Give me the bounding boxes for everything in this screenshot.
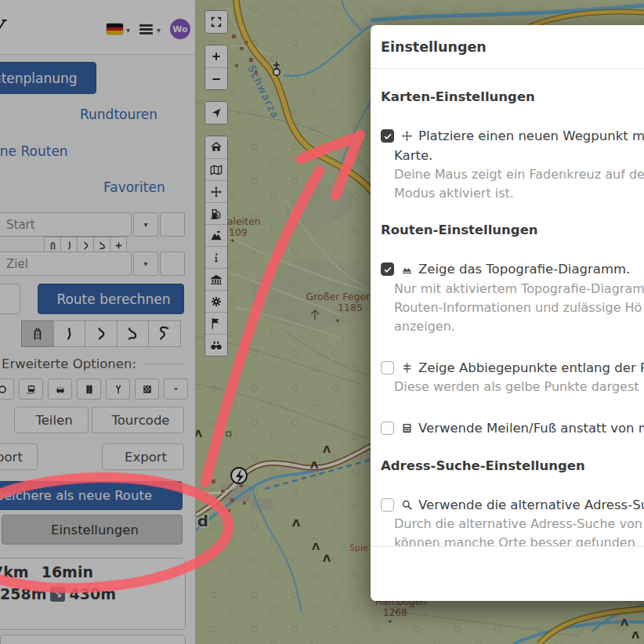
setting-description-line: Deine Maus zeigt ein Fadenkreuz auf de xyxy=(394,165,644,184)
modal-footer xyxy=(371,546,644,601)
section-title: Routen-Einstellungen xyxy=(381,223,644,237)
settings-section: Routen-EinstellungenZeige das Topografie… xyxy=(381,223,644,439)
setting-description-line: anzeigen. xyxy=(394,317,644,336)
checkbox-unchecked[interactable] xyxy=(381,421,394,435)
settings-modal: Einstellungen Karten-EinstellungenPlatzi… xyxy=(371,25,644,601)
checkbox-checked[interactable] xyxy=(381,262,394,276)
setting-label-line: Zeige Abbiegepunkte entlang der Rou xyxy=(394,359,644,378)
setting-item: Verwende Meilen/Fuß anstatt von me xyxy=(381,419,644,439)
settings-section: Karten-EinstellungenPlatziere einen neue… xyxy=(381,89,644,203)
setting-label-line: Verwende Meilen/Fuß anstatt von me xyxy=(394,419,644,439)
modal-body: Karten-EinstellungenPlatziere einen neue… xyxy=(371,69,644,552)
setting-item: Zeige Abbiegepunkte entlang der RouDiese… xyxy=(381,359,644,397)
setting-label-line: Platziere einen neuen Wegpunkt mit e xyxy=(394,127,644,147)
checkbox-checked[interactable] xyxy=(381,129,394,143)
section-title: Karten-Einstellungen xyxy=(381,89,644,104)
setting-description-line: Durch die alternative Adress-Suche von xyxy=(394,515,644,534)
modal-title: Einstellungen xyxy=(371,25,644,69)
setting-item: Platziere einen neuen Wegpunkt mit eKart… xyxy=(381,127,644,203)
checkbox-unchecked[interactable] xyxy=(381,361,394,374)
setting-label-line: Verwende die alternative Adress-Suc xyxy=(394,496,644,516)
setting-item: Zeige das Topografie-Diagramm.Nur mit ak… xyxy=(381,260,644,336)
settings-section: Adress-Suche-EinstellungenVerwende die a… xyxy=(381,458,644,553)
setting-label-line: Zeige das Topografie-Diagramm. xyxy=(394,260,644,280)
setting-item: Verwende die alternative Adress-SucDurch… xyxy=(381,496,644,553)
chart-icon xyxy=(401,263,413,275)
turns-icon xyxy=(401,362,413,374)
section-title: Adress-Suche-Einstellungen xyxy=(381,458,644,473)
calculator-icon xyxy=(401,422,413,434)
checkbox-unchecked[interactable] xyxy=(381,498,394,512)
setting-description-line: Routen-Informationen und zulässige Hö xyxy=(394,298,644,317)
setting-description-line: Modus aktiviert ist. xyxy=(394,184,644,203)
kurviger-app: Λ Λ Λ Λ Λ Λ Λ Λ Schwarza baleiten 1109 G… xyxy=(0,0,644,644)
setting-label-line: Karte. xyxy=(394,147,644,166)
search-icon xyxy=(401,499,413,511)
setting-description-line: Nur mit aktiviertem Topografie-Diagram xyxy=(394,280,644,298)
setting-description-line: Diese werden als gelbe Punkte dargest xyxy=(394,378,644,396)
move-icon xyxy=(401,130,413,142)
